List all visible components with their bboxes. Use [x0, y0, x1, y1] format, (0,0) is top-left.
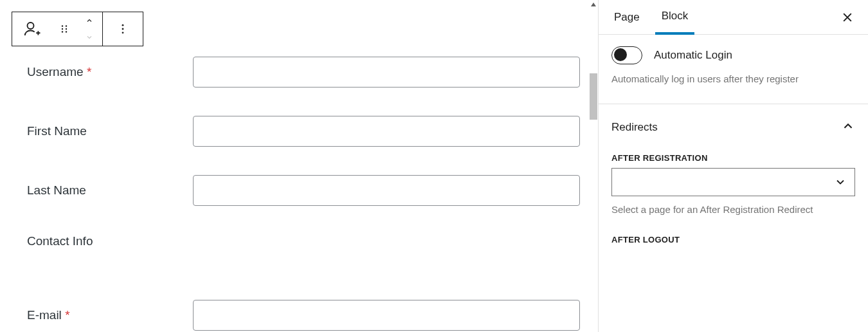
label-text: First Name: [27, 124, 87, 138]
input-col: [193, 57, 586, 88]
label-text: E-mail: [27, 308, 62, 322]
svg-point-8: [122, 28, 124, 30]
svg-point-6: [66, 31, 67, 32]
section-contact-info: Contact Info: [27, 234, 586, 248]
sidebar-tabs: Page Block: [599, 0, 868, 35]
field-label-email: E-mail *: [27, 308, 193, 322]
field-label-username: Username *: [27, 65, 193, 79]
field-row-first-name: First Name: [27, 116, 586, 147]
scroll-up-arrow[interactable]: [589, 0, 598, 9]
triangle-up-icon: [590, 1, 597, 8]
input-col: [193, 116, 586, 147]
svg-point-9: [122, 32, 124, 33]
options-button[interactable]: [103, 12, 143, 46]
auto-login-panel: Automatic Login Automatically log in use…: [599, 35, 868, 104]
auto-login-label: Automatic Login: [654, 49, 732, 62]
input-col: [193, 300, 586, 331]
scroll-thumb[interactable]: [590, 73, 597, 120]
form-fields: Username * First Name Last Name: [12, 57, 586, 331]
kebab-icon: [116, 21, 129, 37]
svg-point-1: [62, 25, 63, 26]
last-name-input[interactable]: [193, 175, 580, 206]
toggle-knob: [614, 48, 627, 61]
svg-point-5: [62, 31, 63, 32]
settings-sidebar: Page Block Automatic Login Automatically…: [598, 0, 868, 332]
first-name-input[interactable]: [193, 116, 580, 147]
after-registration-help: Select a page for an After Registration …: [611, 203, 855, 217]
after-logout-label: AFTER LOGOUT: [611, 235, 855, 244]
svg-point-7: [122, 24, 124, 26]
email-input[interactable]: [193, 300, 580, 331]
svg-point-4: [66, 28, 67, 30]
redirects-header[interactable]: Redirects: [611, 113, 855, 142]
chevron-down-icon: [834, 176, 847, 189]
tab-page[interactable]: Page: [608, 0, 646, 35]
after-registration-label: AFTER REGISTRATION: [611, 153, 855, 163]
auto-login-toggle[interactable]: [611, 46, 642, 64]
field-row-username: Username *: [27, 57, 586, 88]
svg-point-0: [28, 23, 34, 29]
drag-icon: [59, 23, 70, 35]
user-plus-icon: [23, 19, 42, 39]
field-label-first-name: First Name: [27, 124, 193, 138]
chevron-up-icon: [83, 17, 96, 24]
input-col: [193, 175, 586, 206]
section-label-contact-info: Contact Info: [27, 234, 193, 248]
label-text: Username: [27, 65, 84, 78]
redirects-caret: [841, 119, 855, 135]
username-input[interactable]: [193, 57, 580, 88]
editor-canvas: Username * First Name Last Name: [0, 0, 598, 332]
close-icon: [841, 11, 854, 24]
label-text: Contact Info: [27, 234, 93, 248]
chevron-down-icon: [83, 33, 96, 41]
auto-login-toggle-row: Automatic Login: [611, 46, 855, 64]
redirects-panel: Redirects AFTER REGISTRATION Select a pa…: [599, 104, 868, 264]
chevron-up-icon: [841, 119, 855, 133]
move-group: [77, 12, 102, 46]
toolbar-group-options: [103, 12, 143, 46]
block-toolbar: [12, 12, 143, 46]
toolbar-group-block: [12, 12, 103, 46]
field-label-last-name: Last Name: [27, 183, 193, 198]
auto-login-help: Automatically log in users after they re…: [611, 72, 855, 87]
required-asterisk: *: [87, 65, 91, 78]
field-row-last-name: Last Name: [27, 175, 586, 206]
drag-handle[interactable]: [52, 12, 77, 46]
tab-block[interactable]: Block: [655, 0, 695, 35]
close-sidebar-button[interactable]: [836, 6, 859, 29]
move-down-button[interactable]: [77, 29, 102, 46]
field-row-email: E-mail *: [27, 300, 586, 331]
block-icon-button[interactable]: [12, 12, 52, 46]
required-asterisk: *: [65, 308, 69, 322]
editor-scrollbar[interactable]: [589, 0, 598, 332]
label-text: Last Name: [27, 183, 86, 197]
after-registration-select[interactable]: [611, 168, 855, 196]
svg-point-2: [66, 25, 67, 26]
move-up-button[interactable]: [77, 12, 102, 29]
svg-point-3: [62, 28, 63, 30]
redirects-title: Redirects: [611, 121, 658, 134]
